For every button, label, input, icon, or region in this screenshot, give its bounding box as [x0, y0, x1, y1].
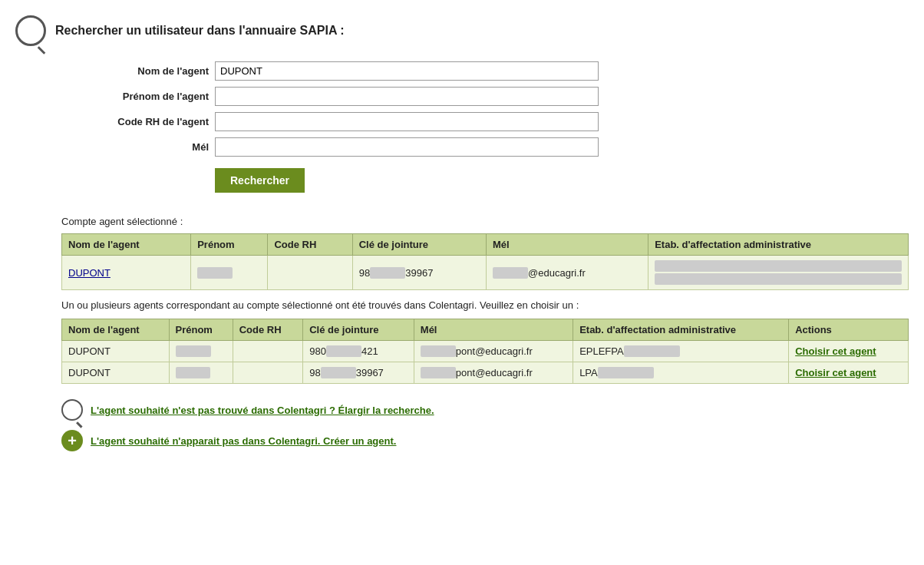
- search-button[interactable]: Rechercher: [215, 168, 305, 193]
- nom-input[interactable]: [215, 61, 599, 81]
- search-form: Nom de l'agent Prénom de l'agent Code RH…: [61, 61, 909, 157]
- expand-search-link[interactable]: L'agent souhaité n'est pas trouvé dans C…: [91, 405, 434, 416]
- compte-agent-label: Compte agent sélectionné :: [61, 216, 909, 227]
- mel-input[interactable]: [215, 137, 599, 157]
- cell-nom: DUPONT: [62, 362, 170, 384]
- choisir-agent-button-2[interactable]: Choisir cet agent: [795, 367, 876, 378]
- col-actions: Actions: [789, 319, 909, 341]
- prenom-label: Prénom de l'agent: [61, 91, 215, 102]
- cell-code-rh: [268, 256, 352, 290]
- top-results-table: Nom de l'agent Prénom Code RH Clé de joi…: [61, 233, 909, 290]
- create-agent-link[interactable]: L'agent souhaité n'apparait pas dans Col…: [91, 435, 396, 447]
- col-cle-jointure: Clé de jointure: [352, 234, 486, 256]
- col-nom2: Nom de l'agent: [62, 319, 170, 341]
- code-rh-label: Code RH de l'agent: [61, 116, 215, 127]
- page-header: Rechercher un utilisateur dans l'annuair…: [15, 15, 909, 46]
- table-row: DUPONT S████ 98█████39967 █████pont@educ…: [62, 362, 909, 384]
- plus-icon: +: [61, 430, 83, 451]
- col-code-rh2: Code RH: [233, 319, 302, 341]
- col-nom: Nom de l'agent: [62, 234, 191, 256]
- col-prenom2: Prénom: [169, 319, 233, 341]
- create-agent-row: + L'agent souhaité n'apparait pas dans C…: [61, 430, 909, 451]
- cell-mel: █████@educagri.fr: [487, 256, 648, 290]
- cell-code-rh: [233, 362, 302, 384]
- col-etab2: Etab. d'affectation administrative: [573, 319, 789, 341]
- search-icon: [15, 15, 46, 46]
- nom-row: Nom de l'agent: [61, 61, 909, 81]
- mel-row: Mél: [61, 137, 909, 157]
- mel-label: Mél: [61, 141, 215, 153]
- cell-nom: DUPONT: [62, 341, 170, 362]
- page-title: Rechercher un utilisateur dans l'annuair…: [55, 24, 345, 38]
- col-mel2: Mél: [414, 319, 573, 341]
- col-prenom: Prénom: [191, 234, 268, 256]
- cell-etab: LPA████████: [573, 362, 789, 384]
- bottom-links: L'agent souhaité n'est pas trouvé dans C…: [61, 399, 909, 451]
- cell-nom: DUPONT: [62, 256, 191, 290]
- nom-label: Nom de l'agent: [61, 65, 215, 77]
- table-row: DUPONT S████ 98█████39967 █████@educagri…: [62, 256, 909, 290]
- code-rh-input[interactable]: [215, 112, 599, 131]
- col-mel: Mél: [487, 234, 648, 256]
- cell-etab: ███████████████ EPLEFPA████EPLA████: [648, 256, 909, 290]
- col-etab: Etab. d'affectation administrative: [648, 234, 909, 256]
- dupont-link[interactable]: DUPONT: [68, 267, 111, 279]
- agents-message: Un ou plusieurs agents correspondant au …: [61, 299, 909, 311]
- cell-code-rh: [233, 341, 302, 362]
- code-rh-row: Code RH de l'agent: [61, 112, 909, 131]
- col-cle-jointure2: Clé de jointure: [303, 319, 414, 341]
- search-icon-small: [61, 399, 83, 421]
- cell-cle-jointure: 98█████39967: [303, 362, 414, 384]
- cell-etab: EPLEFPA████████: [573, 341, 789, 362]
- expand-search-row: L'agent souhaité n'est pas trouvé dans C…: [61, 399, 909, 421]
- col-code-rh: Code RH: [268, 234, 352, 256]
- cell-action: Choisir cet agent: [789, 362, 909, 384]
- cell-mel: █████pont@educagri.fr: [414, 362, 573, 384]
- cell-prenom: █████: [169, 341, 233, 362]
- cell-cle-jointure: 980█████421: [303, 341, 414, 362]
- prenom-row: Prénom de l'agent: [61, 87, 909, 106]
- cell-prenom: S████: [169, 362, 233, 384]
- cell-cle-jointure: 98█████39967: [352, 256, 486, 290]
- choisir-agent-button-1[interactable]: Choisir cet agent: [795, 345, 876, 357]
- table-row: DUPONT █████ 980█████421 █████pont@educa…: [62, 341, 909, 362]
- cell-action: Choisir cet agent: [789, 341, 909, 362]
- cell-mel: █████pont@educagri.fr: [414, 341, 573, 362]
- prenom-input[interactable]: [215, 87, 599, 106]
- bottom-table-header-row: Nom de l'agent Prénom Code RH Clé de joi…: [62, 319, 909, 341]
- colentagri-results-table: Nom de l'agent Prénom Code RH Clé de joi…: [61, 319, 909, 384]
- top-table-header-row: Nom de l'agent Prénom Code RH Clé de joi…: [62, 234, 909, 256]
- cell-prenom: S████: [191, 256, 268, 290]
